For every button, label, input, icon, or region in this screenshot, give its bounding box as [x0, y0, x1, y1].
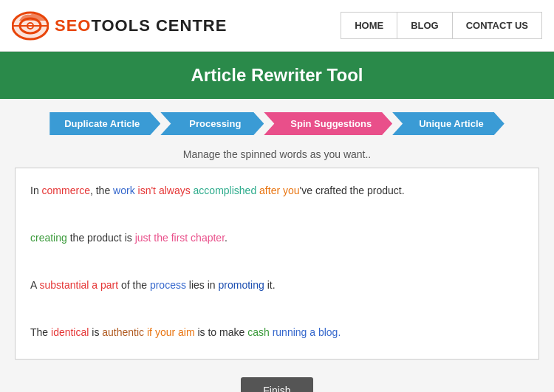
article-line-6	[30, 298, 524, 319]
article-box[interactable]: In commerce, the work isn't always accom…	[15, 168, 539, 360]
nav-links: HOME BLOG CONTACT US	[341, 12, 542, 39]
word-work: work	[113, 185, 135, 196]
word-if-your-aim: if your aim	[147, 326, 195, 338]
finish-button[interactable]: Finish	[241, 377, 312, 392]
article-line-8	[30, 345, 524, 360]
content-wrapper: In commerce, the work isn't always accom…	[0, 168, 554, 367]
article-line-4	[30, 251, 524, 272]
article-line-3: creating the product is just the first c…	[30, 227, 524, 248]
word-commerce: commerce	[42, 185, 90, 196]
steps-bar: Duplicate Article Processing Spin Sugges…	[0, 99, 554, 148]
logo-text: SEOTOOLS CENTRE	[55, 16, 227, 35]
step-processing[interactable]: Processing	[160, 112, 264, 135]
nav-blog[interactable]: BLOG	[397, 13, 453, 38]
article-line-1: In commerce, the work isn't always accom…	[30, 180, 524, 201]
article-line-7: The identical is authentic if your aim i…	[30, 322, 524, 343]
logo-tools: TOOLS CENTRE	[91, 16, 227, 35]
word-cash: cash	[247, 326, 270, 338]
logo-icon	[12, 7, 49, 44]
step-spin[interactable]: Spin Suggestions	[264, 112, 392, 135]
nav-home[interactable]: HOME	[341, 13, 397, 38]
word-promoting: promoting	[219, 279, 264, 291]
page-title: Article Rewriter Tool	[0, 52, 554, 99]
word-after-you: after you	[259, 185, 299, 196]
article-line-5: A substantial a part of the process lies…	[30, 275, 524, 295]
word-running-blog: running a blog.	[273, 326, 341, 338]
header: SEOTOOLS CENTRE HOME BLOG CONTACT US	[0, 0, 554, 52]
article-line-2	[30, 204, 524, 224]
logo-area: SEOTOOLS CENTRE	[12, 7, 227, 44]
word-substantial: substantial a part	[39, 279, 118, 291]
step-unique[interactable]: Unique Article	[392, 112, 505, 135]
word-identical: identical	[51, 326, 89, 338]
logo-seo: SEO	[55, 16, 91, 35]
word-process: process	[150, 279, 186, 291]
step-duplicate[interactable]: Duplicate Article	[49, 112, 160, 135]
word-creating: creating	[30, 232, 67, 244]
word-authentic: authentic	[102, 326, 144, 338]
word-just: just the first chapter	[135, 232, 225, 244]
word-isnt: isn't always	[138, 185, 191, 196]
finish-area: Finish	[0, 367, 554, 392]
word-accomplished: accomplished	[194, 185, 257, 196]
nav-contact[interactable]: CONTACT US	[453, 13, 541, 38]
subtitle: Manage the spinned words as you want..	[0, 148, 554, 168]
